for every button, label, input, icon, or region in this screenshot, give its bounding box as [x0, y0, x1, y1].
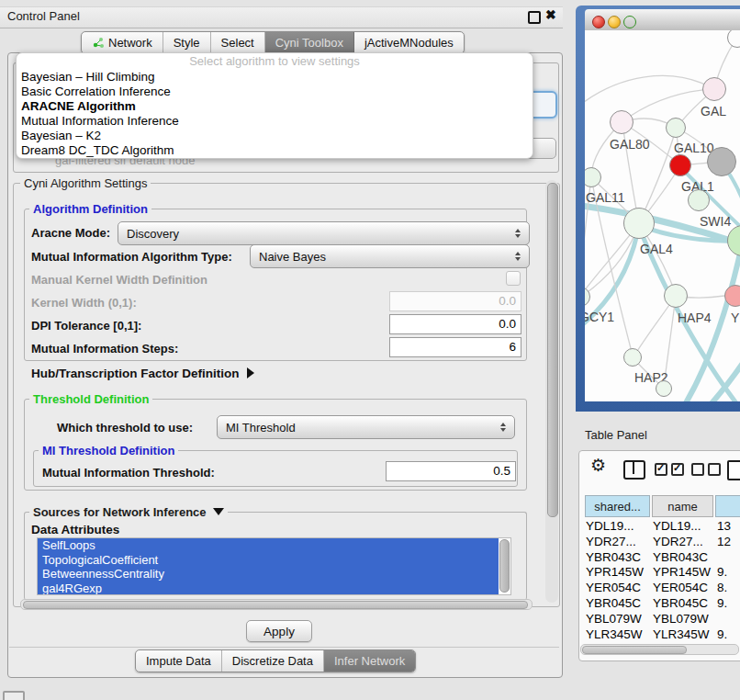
table-rows: YDL19...YDL19...13YDR27...YDR27...12YBR0…: [579, 519, 740, 645]
mi-threshold-field[interactable]: 0.5: [386, 461, 516, 481]
split-columns-icon[interactable]: [623, 460, 645, 480]
algorithm-placeholder: Select algorithm to view settings: [17, 53, 533, 70]
table-row[interactable]: YPR145WYPR145W9.: [579, 565, 740, 581]
tab-style[interactable]: Style: [163, 32, 211, 53]
algorithm-option-basic-correlation-inference[interactable]: Basic Correlation Inference: [17, 85, 533, 99]
table-cell: YDL19...: [653, 519, 713, 533]
checked-checkboxes-icon[interactable]: [655, 463, 688, 480]
table-cell: 9.: [717, 627, 740, 641]
network-node[interactable]: [707, 147, 736, 176]
attribute-item-selfloops[interactable]: SelfLoops: [38, 538, 499, 553]
attribute-item-gal4rgexp[interactable]: gal4RGexp: [38, 581, 499, 596]
tab-discretize-data-label: Discretize Data: [232, 654, 313, 668]
unchecked-checkboxes-icon[interactable]: [691, 463, 724, 480]
attribute-item-topologicalcoefficient[interactable]: TopologicalCoefficient: [38, 553, 499, 568]
column-header-shared-name[interactable]: shared...: [585, 495, 650, 517]
network-node-y[interactable]: [724, 285, 740, 307]
minimize-traffic-light-icon[interactable]: [608, 16, 621, 28]
node-label-gal10: GAL10: [674, 141, 714, 155]
node-label-gal80: GAL80: [610, 137, 650, 152]
algorithm-option-mutual-information-inference[interactable]: Mutual Information Inference: [17, 114, 533, 129]
tab-impute-data[interactable]: Impute Data: [136, 650, 222, 672]
document-icon[interactable]: [727, 460, 740, 480]
table-row[interactable]: YBL079WYBL079W: [579, 612, 740, 627]
table-cell: YDR27...: [586, 535, 650, 548]
network-node[interactable]: [656, 380, 672, 397]
table-row[interactable]: YDL19...YDL19...13: [579, 519, 740, 535]
settings-scrollbar-thumb[interactable]: [547, 183, 558, 517]
close-icon[interactable]: ✖: [545, 7, 556, 22]
network-canvas[interactable]: GALGAL80GAL10GAL1GAL11SWI4GAL4GCY1HAP4YH…: [585, 30, 740, 401]
network-node-gal4[interactable]: [623, 208, 655, 239]
table-panel: ⚙ shared... name YDL19...YDL19...13YDR27…: [578, 450, 740, 661]
network-node-gal80[interactable]: [610, 110, 633, 134]
table-cell: YER054C: [586, 581, 650, 594]
algorithm-option-bayesian-hill-climbing[interactable]: Bayesian – Hill Climbing: [17, 70, 533, 85]
network-node-swi4[interactable]: [688, 189, 710, 211]
settings-group-title: Cyni Algorithm Settings: [20, 176, 151, 190]
stepper-arrows-icon: [515, 252, 521, 261]
table-cell: YER054C: [653, 581, 713, 594]
network-node-gal10[interactable]: [666, 118, 686, 138]
aracne-mode-value: Discovery: [127, 227, 179, 241]
manual-kernel-checkbox[interactable]: [506, 271, 521, 286]
network-node-gal1[interactable]: [669, 154, 691, 176]
table-cell: 13: [717, 519, 740, 533]
apply-button[interactable]: Apply: [246, 620, 312, 642]
stepper-arrows-icon: [500, 423, 507, 432]
table-row[interactable]: YER054CYER054C8.: [579, 581, 740, 596]
table-cell: YBR043C: [586, 550, 650, 564]
mi-type-value: Naive Bayes: [259, 250, 326, 264]
corner-widget[interactable]: [3, 691, 25, 700]
table-row[interactable]: YDR27...YDR27...12: [579, 535, 740, 550]
algorithm-option-aracne-algorithm[interactable]: ARACNE Algorithm: [17, 99, 533, 114]
tab-impute-data-label: Impute Data: [146, 654, 211, 668]
tab-infer-network[interactable]: Infer Network: [324, 650, 415, 672]
attributes-scrollbar-thumb[interactable]: [499, 539, 510, 593]
algorithm-option-dream8-dc-tdc-algorithm[interactable]: Dream8 DC_TDC Algorithm: [17, 143, 533, 158]
control-panel-title: Control Panel: [7, 9, 80, 23]
kernel-width-field[interactable]: 0.0: [389, 291, 521, 311]
which-threshold-select[interactable]: MI Threshold: [217, 415, 515, 439]
hub-section-label: Hub/Transcription Factor Definition: [31, 367, 240, 380]
zoom-traffic-light-icon[interactable]: [623, 16, 636, 28]
table-cell: YBL079W: [586, 612, 650, 626]
tab-jactivemnodules[interactable]: jActiveMNodules: [354, 32, 464, 53]
table-row[interactable]: YBR045CYBR045C9.: [579, 596, 740, 612]
tab-network[interactable]: Network: [82, 32, 163, 53]
float-window-icon[interactable]: [528, 11, 541, 24]
column-header-name[interactable]: name: [652, 495, 713, 517]
network-node-hap4[interactable]: [664, 284, 688, 308]
dpi-tolerance-field[interactable]: 0.0: [389, 314, 521, 334]
table-panel-title: Table Panel: [585, 428, 647, 442]
algorithm-option-bayesian-k2[interactable]: Bayesian – K2: [17, 129, 533, 143]
network-window-titlebar[interactable]: [585, 9, 740, 31]
network-icon: [92, 37, 105, 49]
sources-group-toggle[interactable]: Sources for Network Inference: [29, 505, 228, 519]
tab-discretize-data[interactable]: Discretize Data: [222, 650, 324, 672]
data-attributes-list[interactable]: SelfLoopsTopologicalCoefficientBetweenne…: [37, 537, 511, 595]
table-row[interactable]: YBR043CYBR043C: [579, 550, 740, 566]
network-node-hap2[interactable]: [623, 348, 642, 367]
gear-icon[interactable]: ⚙: [590, 455, 606, 476]
aracne-mode-select[interactable]: Discovery: [118, 221, 530, 245]
table-hscrollbar-track[interactable]: [580, 644, 739, 655]
tab-cyni-toolbox[interactable]: Cyni Toolbox: [265, 32, 354, 53]
column-header-partial[interactable]: [715, 495, 740, 517]
network-node-gal[interactable]: [702, 77, 726, 101]
table-hscrollbar-thumb[interactable]: [582, 646, 687, 654]
table-cell: YBR045C: [653, 596, 713, 610]
settings-hscrollbar-track[interactable]: [20, 599, 533, 610]
table-cell: YBL079W: [653, 612, 713, 626]
tab-style-label: Style: [174, 36, 200, 50]
mi-steps-field[interactable]: 6: [389, 337, 521, 357]
close-traffic-light-icon[interactable]: [592, 16, 605, 28]
settings-hscrollbar-thumb[interactable]: [23, 601, 528, 609]
table-row[interactable]: YLR345WYLR345W9.: [579, 627, 740, 643]
tab-select[interactable]: Select: [211, 32, 265, 53]
mi-type-select[interactable]: Naive Bayes: [250, 244, 530, 268]
table-cell: YDL19...: [586, 519, 650, 533]
attribute-item-betweennesscentrality[interactable]: BetweennessCentrality: [38, 567, 499, 581]
hub-section-toggle[interactable]: Hub/Transcription Factor Definition: [31, 367, 254, 380]
table-cell: 9.: [717, 565, 740, 579]
